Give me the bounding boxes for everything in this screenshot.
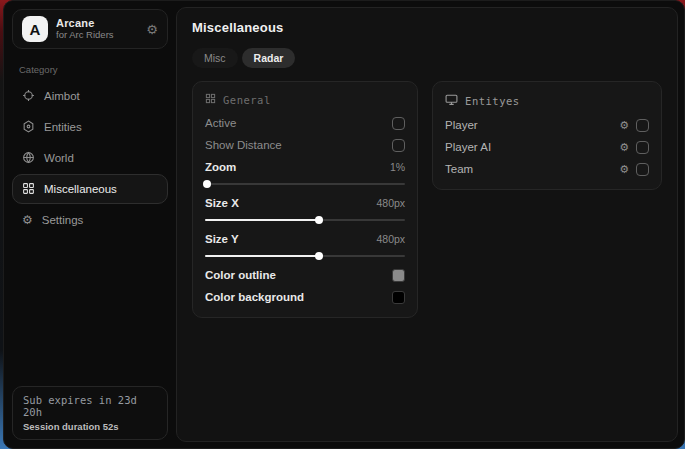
toggle-row-show-distance: Show Distance [205, 134, 405, 156]
brand-text: Arcane for Arc Riders [56, 17, 138, 41]
sidebar: A Arcane for Arc Riders ⚙ Category Aimbo… [4, 1, 176, 448]
entities-card: Entityes Player ⚙ Player AI ⚙ [432, 81, 662, 190]
color-row-background: Color background [205, 286, 405, 308]
globe-icon [22, 151, 35, 166]
player-checkbox[interactable] [636, 119, 649, 132]
slider-value: 480px [376, 233, 405, 245]
color-label: Color outline [205, 269, 276, 281]
sidebar-item-world[interactable]: World [12, 143, 168, 173]
sidebar-item-label: Entities [44, 121, 82, 133]
entity-row-team: Team ⚙ [445, 158, 649, 180]
sidebar-item-miscellaneous[interactable]: Miscellaneous [12, 174, 168, 204]
entity-row-player: Player ⚙ [445, 114, 649, 136]
entity-label: Player [445, 119, 478, 131]
session-duration-text: Session duration 52s [23, 421, 157, 432]
entity-label: Team [445, 163, 473, 175]
app-logo: A [22, 16, 48, 42]
color-label: Color background [205, 291, 304, 303]
card-title: General [223, 94, 271, 106]
background-color-swatch[interactable] [392, 291, 405, 304]
main-panel: Miscellaneous Misc Radar General Active [176, 7, 678, 442]
slider-value: 1% [390, 161, 405, 173]
slider-label: Zoom [205, 161, 236, 173]
category-label: Category [19, 64, 168, 75]
crosshair-icon [22, 89, 35, 104]
outline-color-swatch[interactable] [392, 269, 405, 282]
gear-icon[interactable]: ⚙ [619, 142, 629, 153]
slider-row-zoom: Zoom 1% [205, 156, 405, 178]
toggle-label: Show Distance [205, 139, 282, 151]
entities-icon [22, 120, 35, 135]
sidebar-item-entities[interactable]: Entities [12, 112, 168, 142]
size-x-slider[interactable] [205, 216, 405, 224]
player-ai-checkbox[interactable] [636, 141, 649, 154]
size-y-slider[interactable] [205, 252, 405, 260]
sidebar-item-label: Miscellaneous [44, 183, 117, 195]
sub-expiry-text: Sub expires in 23d 20h [23, 394, 157, 418]
layout-grid-icon [22, 182, 35, 197]
tab-misc[interactable]: Misc [192, 48, 238, 68]
monitor-icon [445, 93, 458, 108]
app-name: Arcane [56, 17, 138, 30]
card-title: Entityes [465, 95, 520, 107]
slider-value: 480px [376, 197, 405, 209]
slider-thumb[interactable] [315, 216, 323, 224]
sidebar-item-label: Settings [42, 214, 84, 226]
zoom-slider[interactable] [205, 180, 405, 188]
slider-label: Size Y [205, 233, 239, 245]
team-checkbox[interactable] [636, 163, 649, 176]
brand-card: A Arcane for Arc Riders ⚙ [12, 9, 168, 49]
page-title: Miscellaneous [192, 20, 662, 35]
gear-icon[interactable]: ⚙ [619, 120, 629, 131]
grid-icon [205, 93, 216, 106]
active-checkbox[interactable] [392, 117, 405, 130]
slider-thumb[interactable] [315, 252, 323, 260]
show-distance-checkbox[interactable] [392, 139, 405, 152]
gear-icon[interactable]: ⚙ [146, 23, 158, 36]
sidebar-item-label: World [44, 152, 74, 164]
toggle-label: Active [205, 117, 236, 129]
slider-thumb[interactable] [203, 180, 211, 188]
entity-row-player-ai: Player AI ⚙ [445, 136, 649, 158]
app-subtitle: for Arc Riders [56, 30, 138, 41]
sidebar-item-label: Aimbot [44, 90, 80, 102]
color-row-outline: Color outline [205, 264, 405, 286]
gear-icon[interactable]: ⚙ [619, 164, 629, 175]
entity-label: Player AI [445, 141, 491, 153]
sidebar-item-settings[interactable]: ⚙ Settings [12, 205, 168, 235]
slider-label: Size X [205, 197, 239, 209]
tab-bar: Misc Radar [192, 48, 662, 68]
toggle-row-active: Active [205, 112, 405, 134]
sidebar-item-aimbot[interactable]: Aimbot [12, 81, 168, 111]
general-card: General Active Show Distance Zoom 1% [192, 81, 418, 318]
tab-radar[interactable]: Radar [242, 48, 296, 68]
subscription-card: Sub expires in 23d 20h Session duration … [12, 386, 168, 440]
app-window: A Arcane for Arc Riders ⚙ Category Aimbo… [3, 0, 685, 449]
slider-row-size-y: Size Y 480px [205, 228, 405, 250]
gear-icon: ⚙ [22, 214, 33, 226]
slider-row-size-x: Size X 480px [205, 192, 405, 214]
sidebar-nav: Aimbot Entities World [12, 81, 168, 235]
